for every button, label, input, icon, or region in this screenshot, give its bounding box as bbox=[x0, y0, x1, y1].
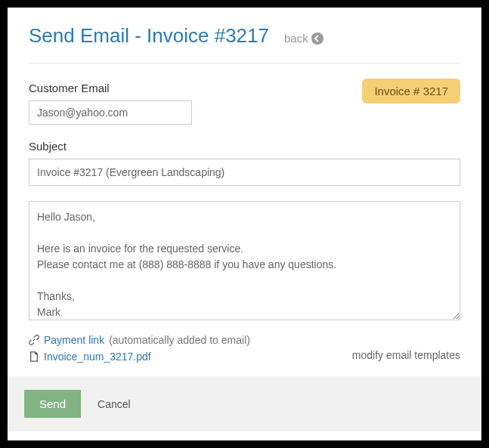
link-icon bbox=[29, 335, 39, 345]
pdf-attachment-link[interactable]: Invoice_num_3217.pdf bbox=[44, 351, 151, 363]
payment-link-note: (automatically added to email) bbox=[109, 334, 250, 346]
payment-link-line: Payment link (automatically added to ema… bbox=[29, 334, 250, 346]
footer: Send Cancel bbox=[8, 376, 481, 431]
invoice-badge: Invoice # 3217 bbox=[362, 79, 460, 104]
subject-row: Subject bbox=[29, 140, 460, 186]
email-row: Invoice # 3217 Customer Email bbox=[29, 82, 460, 125]
payment-link[interactable]: Payment link bbox=[44, 334, 104, 346]
file-icon bbox=[29, 351, 39, 362]
links-row: Payment link (automatically added to ema… bbox=[29, 334, 460, 363]
send-button[interactable]: Send bbox=[24, 390, 81, 418]
back-link[interactable]: back bbox=[284, 32, 323, 45]
subject-input[interactable] bbox=[29, 159, 460, 186]
body-row bbox=[29, 201, 460, 323]
email-body-textarea[interactable] bbox=[29, 201, 460, 320]
customer-email-input[interactable] bbox=[29, 100, 192, 125]
arrow-left-circle-icon bbox=[311, 32, 323, 45]
svg-point-0 bbox=[311, 32, 323, 45]
subject-label: Subject bbox=[29, 140, 460, 153]
header: Send Email - Invoice #3217 back bbox=[29, 24, 460, 63]
send-email-panel: Send Email - Invoice #3217 back Invoice … bbox=[8, 8, 481, 440]
attachment-links: Payment link (automatically added to ema… bbox=[29, 334, 250, 363]
pdf-line: Invoice_num_3217.pdf bbox=[29, 351, 250, 363]
back-label: back bbox=[284, 32, 308, 45]
cancel-link[interactable]: Cancel bbox=[97, 398, 131, 410]
page-title: Send Email - Invoice #3217 bbox=[29, 24, 269, 48]
modify-templates-link[interactable]: modify email templates bbox=[352, 349, 460, 361]
